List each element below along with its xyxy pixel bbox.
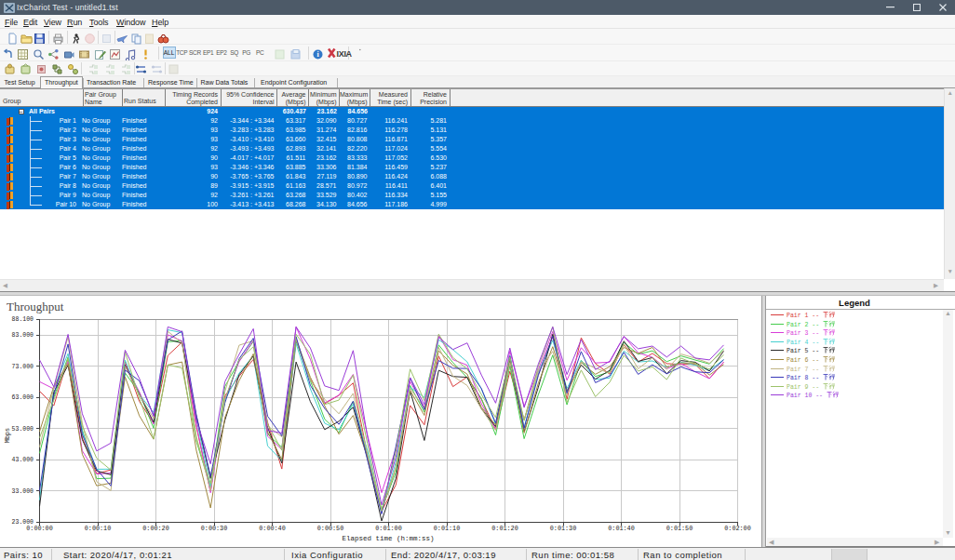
svg-text:Throughput: Throughput — [7, 300, 64, 313]
svg-text:0:01:20: 0:01:20 — [491, 525, 518, 532]
svg-text:0:01:10: 0:01:10 — [434, 525, 461, 532]
svg-text:0:00:10: 0:00:10 — [85, 525, 112, 532]
svg-text:33.000: 33.000 — [12, 488, 34, 495]
svg-text:0:01:50: 0:01:50 — [666, 525, 693, 532]
svg-text:88.100: 88.100 — [12, 316, 34, 323]
svg-text:43.000: 43.000 — [12, 457, 34, 463]
svg-text:0:00:20: 0:00:20 — [142, 525, 169, 532]
svg-text:0:01:40: 0:01:40 — [608, 525, 635, 532]
svg-text:0:00:00: 0:00:00 — [26, 525, 53, 532]
svg-text:0:00:50: 0:00:50 — [317, 525, 344, 532]
svg-text:0:00:40: 0:00:40 — [259, 525, 286, 532]
svg-text:0:01:30: 0:01:30 — [550, 525, 577, 532]
svg-text:0:02:00: 0:02:00 — [724, 525, 751, 532]
svg-text:63.000: 63.000 — [12, 394, 34, 401]
svg-text:0:01:00: 0:01:00 — [375, 525, 402, 532]
svg-text:Mbps: Mbps — [4, 428, 11, 443]
svg-text:Elapsed time (h:mm:ss): Elapsed time (h:mm:ss) — [342, 535, 434, 542]
svg-text:IXIA: IXIA — [337, 49, 353, 59]
svg-text:73.000: 73.000 — [12, 364, 34, 370]
svg-text:0:00:30: 0:00:30 — [201, 525, 228, 532]
svg-text:83.000: 83.000 — [12, 332, 34, 339]
svg-text:53.000: 53.000 — [12, 426, 34, 433]
